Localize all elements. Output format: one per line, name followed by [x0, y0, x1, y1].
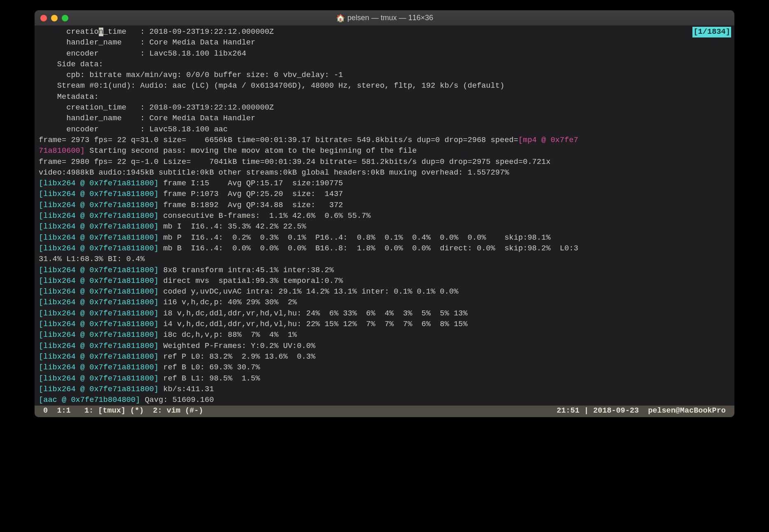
terminal-line: [libx264 @ 0x7fe71a811800] coded y,uvDC,… [35, 287, 734, 297]
terminal-line: video:4988kB audio:1945kB subtitle:0kB o… [35, 168, 734, 178]
tmux-statusbar: 0 1:1 1: [tmux] (*) 2: vim (#-) 21:51 | … [35, 406, 734, 417]
terminal-line: encoder : Lavc58.18.100 libx264 [35, 49, 734, 59]
terminal-line: [libx264 @ 0x7fe71a811800] ref P L0: 83.… [35, 352, 734, 362]
terminal-line: creation_time : 2018-09-23T19:22:12.0000… [35, 27, 734, 37]
terminal-line: [libx264 @ 0x7fe71a811800] frame B:1892 … [35, 200, 734, 211]
terminal-line: 71a810600] Starting second pass: moving … [35, 146, 734, 156]
search-indicator: [1/1834] [692, 27, 731, 37]
terminal-line: creation_time : 2018-09-23T19:22:12.0000… [35, 103, 734, 113]
window-controls [40, 15, 68, 21]
terminal-line: [libx264 @ 0x7fe71a811800] mb I I16..4: … [35, 222, 734, 232]
terminal-line: [libx264 @ 0x7fe71a811800] direct mvs sp… [35, 276, 734, 287]
terminal-line: [libx264 @ 0x7fe71a811800] ref B L1: 98.… [35, 373, 734, 384]
terminal-line: encoder : Lavc58.18.100 aac [35, 124, 734, 135]
terminal-line: Stream #0:1(und): Audio: aac (LC) (mp4a … [35, 81, 734, 91]
terminal-line: [libx264 @ 0x7fe71a811800] ref B L0: 69.… [35, 362, 734, 373]
home-icon: 🏠 [336, 14, 345, 23]
terminal-line: [libx264 @ 0x7fe71a811800] consecutive B… [35, 211, 734, 222]
terminal-line: [libx264 @ 0x7fe71a811800] frame I:15 Av… [35, 178, 734, 189]
terminal-line: [libx264 @ 0x7fe71a811800] i16 v,h,dc,p:… [35, 297, 734, 308]
terminal-line: [libx264 @ 0x7fe71a811800] i4 v,h,dc,ddl… [35, 319, 734, 330]
terminal-line: frame= 2980 fps= 22 q=-1.0 Lsize= 7041kB… [35, 157, 734, 168]
statusbar-left: 0 1:1 1: [tmux] (*) 2: vim (#-) [39, 406, 557, 416]
terminal-line: handler_name : Core Media Data Handler [35, 113, 734, 124]
minimize-icon[interactable] [51, 15, 58, 21]
terminal-line: [libx264 @ 0x7fe71a811800] mb P I16..4: … [35, 233, 734, 243]
terminal-line: [aac @ 0x7fe71b804800] Qavg: 51609.160 [35, 395, 734, 406]
statusbar-right: 21:51 | 2018-09-23 pelsen@MacBookPro [557, 406, 730, 416]
terminal-window: 🏠 pelsen — tmux — 116×36 [1/1834] creati… [35, 10, 734, 417]
terminal-line: [libx264 @ 0x7fe71a811800] mb B I16..4: … [35, 243, 734, 254]
titlebar: 🏠 pelsen — tmux — 116×36 [35, 10, 734, 26]
maximize-icon[interactable] [62, 15, 68, 21]
terminal-line: [libx264 @ 0x7fe71a811800] i8 v,h,dc,ddl… [35, 308, 734, 319]
window-title-text: pelsen — tmux — 116×36 [347, 14, 433, 22]
terminal-line: [libx264 @ 0x7fe71a811800] frame P:1073 … [35, 189, 734, 200]
terminal-line: frame= 2973 fps= 22 q=31.0 size= 6656kB … [35, 135, 734, 146]
terminal-line: [libx264 @ 0x7fe71a811800] i8c dc,h,v,p:… [35, 330, 734, 341]
terminal-line: 31.4% L1:68.3% BI: 0.4% [35, 254, 734, 265]
terminal-line: [libx264 @ 0x7fe71a811800] 8x8 transform… [35, 265, 734, 276]
window-title: 🏠 pelsen — tmux — 116×36 [35, 14, 734, 23]
terminal-line: Metadata: [35, 92, 734, 103]
terminal-content[interactable]: [1/1834] creation_time : 2018-09-23T19:2… [35, 26, 734, 406]
terminal-line: Side data: [35, 59, 734, 70]
terminal-line: [libx264 @ 0x7fe71a811800] kb/s:411.31 [35, 384, 734, 395]
terminal-line: cpb: bitrate max/min/avg: 0/0/0 buffer s… [35, 70, 734, 81]
terminal-line: handler_name : Core Media Data Handler [35, 37, 734, 48]
terminal-line: [libx264 @ 0x7fe71a811800] Weighted P-Fr… [35, 341, 734, 352]
close-icon[interactable] [40, 15, 47, 21]
